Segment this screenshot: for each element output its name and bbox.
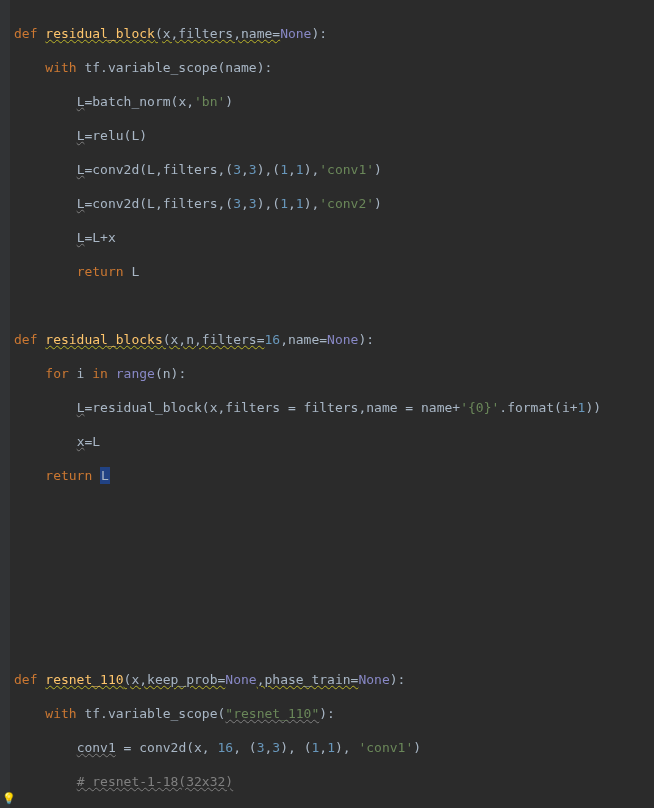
code-line[interactable]: def resnet_110(x,keep_prob=None,phase_tr… bbox=[14, 671, 601, 688]
code-line[interactable]: # resnet-1-18(32x32) bbox=[14, 773, 601, 790]
code-line[interactable]: with tf.variable_scope(name): bbox=[14, 59, 601, 76]
code-area[interactable]: def residual_block(x,filters,name=None):… bbox=[10, 0, 601, 808]
code-line[interactable]: x=L bbox=[14, 433, 601, 450]
gutter: 💡 bbox=[0, 0, 10, 808]
code-line[interactable]: for i in range(n): bbox=[14, 365, 601, 382]
lightbulb-icon[interactable]: 💡 bbox=[2, 790, 16, 807]
code-line[interactable]: L=residual_block(x,filters = filters,nam… bbox=[14, 399, 601, 416]
code-line[interactable] bbox=[14, 535, 601, 552]
code-line[interactable]: L=relu(L) bbox=[14, 127, 601, 144]
code-line[interactable]: return L bbox=[14, 467, 601, 484]
code-line[interactable] bbox=[14, 297, 601, 314]
code-line[interactable] bbox=[14, 569, 601, 586]
code-line[interactable]: with tf.variable_scope("resnet_110"): bbox=[14, 705, 601, 722]
code-line[interactable]: def residual_blocks(x,n,filters=16,name=… bbox=[14, 331, 601, 348]
code-line[interactable]: conv1 = conv2d(x, 16, (3,3), (1,1), 'con… bbox=[14, 739, 601, 756]
code-line[interactable]: def residual_block(x,filters,name=None): bbox=[14, 25, 601, 42]
code-line[interactable] bbox=[14, 501, 601, 518]
code-line[interactable]: return L bbox=[14, 263, 601, 280]
code-line[interactable] bbox=[14, 603, 601, 620]
code-line[interactable]: L=L+x bbox=[14, 229, 601, 246]
code-line[interactable]: L=conv2d(L,filters,(3,3),(1,1),'conv1') bbox=[14, 161, 601, 178]
code-line[interactable]: L=batch_norm(x,'bn') bbox=[14, 93, 601, 110]
code-line[interactable]: L=conv2d(L,filters,(3,3),(1,1),'conv2') bbox=[14, 195, 601, 212]
code-line[interactable] bbox=[14, 637, 601, 654]
code-editor[interactable]: 💡 def residual_block(x,filters,name=None… bbox=[0, 0, 654, 808]
